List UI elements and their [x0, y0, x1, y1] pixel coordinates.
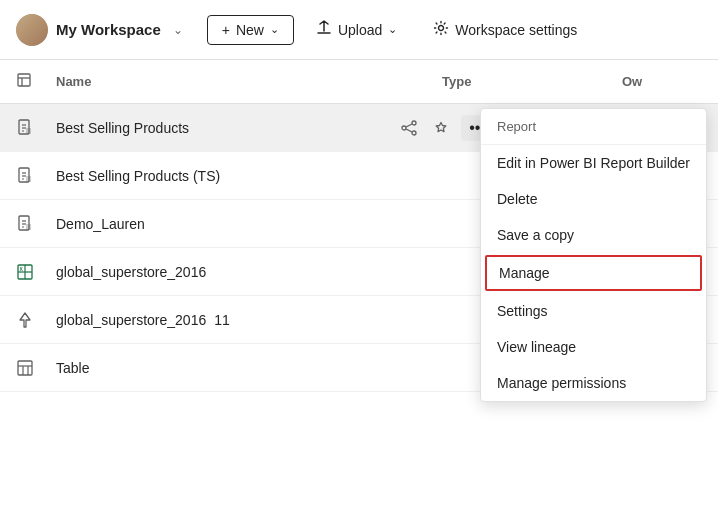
row-name: Best Selling Products: [56, 120, 397, 136]
upload-icon: [316, 20, 332, 39]
svg-line-12: [406, 124, 412, 127]
row-icon-report: [16, 167, 56, 185]
context-menu-item-manage[interactable]: Manage: [485, 255, 702, 291]
svg-point-10: [402, 126, 406, 130]
context-menu-item-save-copy[interactable]: Save a copy: [481, 217, 706, 253]
plus-icon: +: [222, 22, 230, 38]
table-header: Name Type Ow: [0, 60, 718, 104]
row-icon-table: [16, 359, 56, 377]
new-chevron-icon: ⌄: [270, 23, 279, 36]
upload-button[interactable]: Upload ⌄: [302, 14, 411, 45]
svg-point-11: [412, 131, 416, 135]
context-menu-item-delete[interactable]: Delete: [481, 181, 706, 217]
chevron-down-icon: ⌄: [173, 23, 183, 37]
svg-point-0: [439, 26, 444, 31]
row-icon-dataflow: [16, 311, 56, 329]
gear-icon: [433, 20, 449, 39]
context-menu-item-view-lineage[interactable]: View lineage: [481, 329, 706, 365]
workspace-settings-label: Workspace settings: [455, 22, 577, 38]
upload-chevron-icon: ⌄: [388, 23, 397, 36]
content-area: Name Type Ow Best Selling Products: [0, 60, 718, 392]
context-menu: Report Edit in Power BI Report Builder D…: [480, 108, 707, 402]
context-menu-item-manage-permissions[interactable]: Manage permissions: [481, 365, 706, 401]
context-menu-item-edit-pbi[interactable]: Edit in Power BI Report Builder: [481, 145, 706, 181]
svg-line-13: [406, 129, 412, 132]
svg-rect-28: [18, 361, 32, 375]
new-label: New: [236, 22, 264, 38]
new-button[interactable]: + New ⌄: [207, 15, 294, 45]
share-button[interactable]: [397, 116, 421, 140]
top-bar: My Workspace ⌄ + New ⌄ Upload ⌄ Workspac…: [0, 0, 718, 60]
context-menu-type: Report: [481, 109, 706, 145]
header-owner: Ow: [622, 74, 702, 89]
badge-count: 11: [214, 312, 230, 328]
svg-text:X: X: [20, 266, 24, 272]
upload-label: Upload: [338, 22, 382, 38]
svg-rect-18: [26, 176, 31, 182]
row-icon-report: [16, 215, 56, 233]
context-menu-item-settings[interactable]: Settings: [481, 293, 706, 329]
svg-rect-1: [18, 74, 30, 86]
row-icon-excel: X: [16, 263, 56, 281]
row-icon-report: [16, 119, 56, 137]
svg-point-9: [412, 121, 416, 125]
header-icon-col: [16, 72, 56, 91]
header-name: Name: [56, 74, 442, 89]
workspace-settings-button[interactable]: Workspace settings: [419, 14, 591, 45]
avatar: [16, 14, 48, 46]
header-type: Type: [442, 74, 622, 89]
favorite-button[interactable]: [429, 116, 453, 140]
workspace-title: My Workspace: [56, 21, 161, 38]
svg-rect-8: [26, 128, 31, 134]
svg-rect-23: [26, 224, 31, 230]
